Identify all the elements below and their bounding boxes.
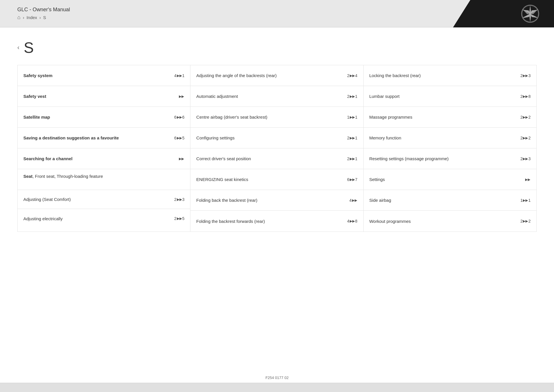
page-ref: 2▶▶8 bbox=[520, 94, 531, 99]
list-item[interactable]: Configuring settings 2▶▶1 bbox=[190, 128, 363, 148]
item-text: Adjusting electrically bbox=[23, 216, 174, 221]
back-arrow-icon[interactable]: ‹ bbox=[17, 44, 19, 51]
page-ref: ▶▶ bbox=[179, 157, 184, 161]
main-content: ‹ S Safety system 4▶▶1 Safety vest ▶▶ Sa… bbox=[0, 27, 554, 374]
footer-letter-f[interactable]: F bbox=[182, 391, 197, 392]
page-ref: 6▶▶6 bbox=[174, 115, 185, 120]
footer-letter-n[interactable]: N bbox=[299, 391, 315, 392]
list-item[interactable]: Adjusting (Seat Comfort) 2▶▶3 bbox=[18, 190, 190, 209]
item-text: Centre airbag (driver's seat backrest) bbox=[196, 115, 347, 120]
page-ref: 2▶▶1 bbox=[347, 94, 358, 99]
home-icon[interactable]: ⌂ bbox=[17, 14, 20, 20]
item-text: Folding the backrest forwards (rear) bbox=[196, 219, 347, 224]
footer-letter-z[interactable]: Z bbox=[452, 391, 467, 392]
list-item[interactable]: Safety vest ▶▶ bbox=[18, 86, 190, 107]
list-item[interactable]: Adjusting electrically 2▶▶5 bbox=[18, 209, 190, 228]
list-item[interactable]: Automatic adjustment 2▶▶1 bbox=[190, 86, 363, 107]
list-item[interactable]: Lumbar support 2▶▶8 bbox=[364, 86, 536, 107]
footer-letter-h[interactable]: H bbox=[212, 391, 228, 392]
list-item[interactable]: Centre airbag (driver's seat backrest) 1… bbox=[190, 107, 363, 128]
footer-letter-g[interactable]: G bbox=[197, 391, 212, 392]
list-item[interactable]: Workout programmes 2▶▶2 bbox=[364, 211, 536, 232]
page-ref: 2▶▶3 bbox=[520, 73, 531, 78]
footer-letter-w[interactable]: W bbox=[436, 391, 452, 392]
footer-letter-m[interactable]: M bbox=[283, 391, 299, 392]
footer-caption: F254 0177 02 bbox=[0, 374, 554, 383]
list-item[interactable]: ENERGIZING seat kinetics 6▶▶7 bbox=[190, 169, 363, 190]
page-ref: 2▶▶2 bbox=[520, 219, 531, 223]
item-text: Saving a destination suggestion as a fav… bbox=[23, 135, 174, 140]
item-text: Configuring settings bbox=[196, 135, 347, 140]
footer-letter-o[interactable]: O bbox=[315, 391, 330, 392]
list-item[interactable]: Side airbag 1▶▶1 bbox=[364, 190, 536, 211]
footer-letter-09[interactable]: 0 9 bbox=[87, 391, 107, 392]
logo-area bbox=[453, 0, 554, 27]
column-2: Adjusting the angle of the backrests (re… bbox=[190, 65, 363, 232]
mercedes-logo bbox=[521, 4, 540, 23]
item-text: Safety system bbox=[23, 73, 174, 78]
page-ref: 4▶▶ bbox=[349, 198, 358, 203]
footer-letter-a[interactable]: A bbox=[107, 391, 122, 392]
footer-letter-l[interactable]: L bbox=[269, 391, 283, 392]
footer-letter-u[interactable]: U bbox=[406, 391, 421, 392]
list-item[interactable]: Safety system 4▶▶1 bbox=[18, 65, 190, 86]
footer-letter-b[interactable]: B bbox=[122, 391, 137, 392]
footer-letter-q[interactable]: Q bbox=[345, 391, 360, 392]
footer-letter-p[interactable]: P bbox=[330, 391, 345, 392]
footer-letter-i[interactable]: I bbox=[228, 391, 240, 392]
item-text: Locking the backrest (rear) bbox=[369, 73, 521, 78]
column-1: Safety system 4▶▶1 Safety vest ▶▶ Satell… bbox=[18, 65, 190, 232]
footer-letter-r[interactable]: R bbox=[360, 391, 376, 392]
breadcrumb-current: S bbox=[43, 15, 46, 20]
list-item[interactable]: Massage programmes 2▶▶2 bbox=[364, 107, 536, 128]
item-text: Massage programmes bbox=[369, 115, 521, 120]
item-text: Lumbar support bbox=[369, 94, 521, 99]
list-item[interactable]: Saving a destination suggestion as a fav… bbox=[18, 128, 190, 148]
item-text: Satellite map bbox=[23, 115, 174, 120]
footer-letter-e[interactable]: E bbox=[167, 391, 182, 392]
page-ref: 2▶▶2 bbox=[520, 115, 531, 120]
footer-letter-d[interactable]: D bbox=[152, 391, 167, 392]
item-text: Automatic adjustment bbox=[196, 94, 347, 99]
list-item[interactable]: Memory function 2▶▶2 bbox=[364, 128, 536, 148]
page-ref: 2▶▶1 bbox=[347, 156, 358, 161]
footer-letter-c[interactable]: C bbox=[137, 391, 152, 392]
footer-letter-j[interactable]: J bbox=[240, 391, 254, 392]
page-ref: 4▶▶8 bbox=[347, 219, 358, 223]
list-item[interactable]: Folding the backrest forwards (rear) 4▶▶… bbox=[190, 211, 363, 232]
item-text: Side airbag bbox=[369, 198, 521, 203]
list-item[interactable]: Adjusting the angle of the backrests (re… bbox=[190, 65, 363, 86]
item-text: Settings bbox=[369, 177, 525, 182]
footer-letter-s[interactable]: S bbox=[376, 391, 391, 392]
footer-letter-v[interactable]: V bbox=[421, 391, 436, 392]
breadcrumb: ⌂ › Index › S bbox=[17, 14, 70, 20]
item-text: Workout programmes bbox=[369, 219, 521, 224]
item-text: Adjusting the angle of the backrests (re… bbox=[196, 73, 347, 78]
page-ref: 2▶▶4 bbox=[347, 73, 358, 78]
section-letter: S bbox=[24, 39, 34, 56]
list-item[interactable]: Correct driver's seat position 2▶▶1 bbox=[190, 148, 363, 169]
breadcrumb-index[interactable]: Index bbox=[27, 15, 37, 20]
footer-caption-text: F254 0177 02 bbox=[265, 376, 289, 380]
page-ref: 1▶▶1 bbox=[347, 115, 358, 120]
list-item[interactable]: Searching for a channel ▶▶ bbox=[18, 148, 190, 169]
page-ref: 1▶▶1 bbox=[520, 198, 531, 203]
list-item[interactable]: Resetting settings (massage programme) 2… bbox=[364, 148, 536, 169]
svg-point-8 bbox=[529, 13, 531, 15]
list-item[interactable]: Folding back the backrest (rear) 4▶▶ bbox=[190, 190, 363, 211]
header: GLC - Owner's Manual ⌂ › Index › S bbox=[0, 0, 554, 27]
page-ref: 6▶▶5 bbox=[174, 136, 185, 140]
section-header: ‹ S bbox=[17, 39, 537, 56]
list-item[interactable]: Locking the backrest (rear) 2▶▶3 bbox=[364, 65, 536, 86]
footer-letter-k[interactable]: K bbox=[254, 391, 269, 392]
list-item[interactable]: Satellite map 6▶▶6 bbox=[18, 107, 190, 128]
list-item[interactable]: Settings ▶▶ bbox=[364, 169, 536, 190]
footer-letter-t[interactable]: T bbox=[391, 391, 405, 392]
page-ref: 6▶▶7 bbox=[347, 177, 358, 182]
item-text: Adjusting (Seat Comfort) bbox=[23, 197, 174, 202]
column-3: Locking the backrest (rear) 2▶▶3 Lumbar … bbox=[364, 65, 536, 232]
item-text: Resetting settings (massage programme) bbox=[369, 156, 521, 161]
manual-title: GLC - Owner's Manual bbox=[17, 7, 70, 13]
item-text: Seat, Front seat, Through-loading featur… bbox=[23, 174, 106, 185]
item-text: Folding back the backrest (rear) bbox=[196, 198, 349, 203]
